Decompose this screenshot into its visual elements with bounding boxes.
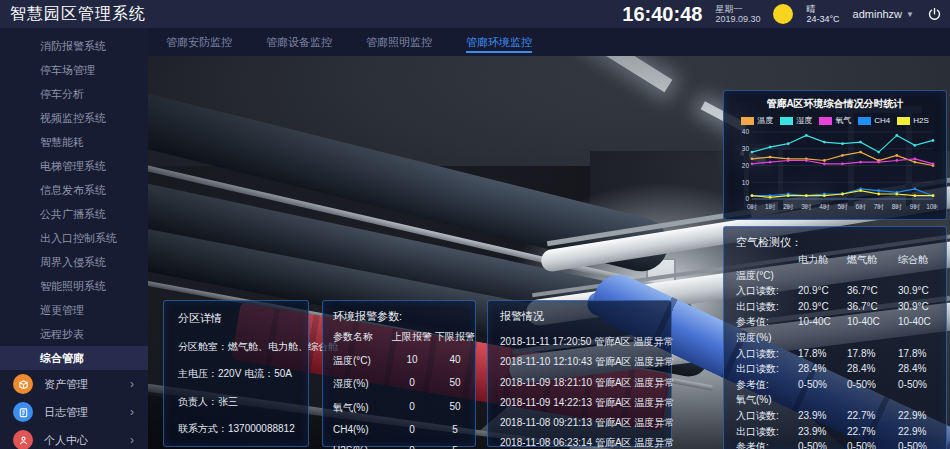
user-icon xyxy=(13,430,33,449)
sidebar-item-fire-alarm[interactable]: 消防报警系统 xyxy=(0,34,148,58)
row-label: 出口读数: xyxy=(736,361,798,377)
sidebar-item-parking-analysis[interactable]: 停车分析 xyxy=(0,82,148,106)
cell-value: 0-50% xyxy=(847,377,898,393)
zone-compartments: 分区舱室：燃气舱、电力舱、综合舱 xyxy=(178,340,308,354)
cell-value: 0-50% xyxy=(847,439,898,449)
param-name: H2S(%) xyxy=(333,445,391,449)
user-menu[interactable]: adminhzw ▼ xyxy=(853,8,914,20)
sidebar-item-energy[interactable]: 智慧能耗 xyxy=(0,130,148,154)
alarm-row: 2018-11-10 12:10:43 管廊A区 温度异常 xyxy=(500,352,671,372)
svg-text:20: 20 xyxy=(742,162,750,169)
param-upper: 0 xyxy=(391,401,433,415)
svg-text:3时: 3时 xyxy=(801,203,812,210)
alarm-list-panel: 报警情况 2018-11-11 17:20:50 管廊A区 温度异常 2018-… xyxy=(487,300,672,447)
zone-detail-title: 分区详情 xyxy=(178,311,308,326)
section-title: 湿度(%) xyxy=(736,330,948,346)
param-lower: 50 xyxy=(433,401,477,415)
sidebar-item-perimeter-intrusion[interactable]: 周界入侵系统 xyxy=(0,250,148,274)
svg-text:10: 10 xyxy=(742,179,750,186)
date-block: 星期一 2019.09.30 xyxy=(715,4,760,24)
sidebar-item-utility-tunnel[interactable]: 综合管廊 xyxy=(0,346,148,370)
cell-value: 20.9°C xyxy=(798,299,847,315)
cell-value: 0-50% xyxy=(798,439,847,449)
chevron-right-icon: › xyxy=(130,405,134,419)
sidebar-group-assets[interactable]: 资产管理 › xyxy=(0,370,148,398)
sidebar-item-smart-lighting[interactable]: 智能照明系统 xyxy=(0,274,148,298)
alarm-list-title: 报警情况 xyxy=(500,309,671,324)
svg-text:8时: 8时 xyxy=(892,203,903,210)
param-upper: 0 xyxy=(391,445,433,449)
cell-value: 17.8% xyxy=(847,346,898,362)
tab-equipment-monitoring[interactable]: 管廊设备监控 xyxy=(266,28,332,56)
cell-value: 30.9°C xyxy=(898,283,948,299)
col-header: 上限报警 xyxy=(391,330,433,344)
cell-value: 10-40C xyxy=(847,314,898,330)
weekday-label: 星期一 xyxy=(715,4,760,14)
weather-condition: 晴 xyxy=(806,4,839,14)
sidebar-item-remote-meter[interactable]: 远程抄表 xyxy=(0,322,148,346)
row-label: 入口读数: xyxy=(736,408,798,424)
tab-security-monitoring[interactable]: 管廊安防监控 xyxy=(166,28,232,56)
svg-text:40: 40 xyxy=(742,128,750,135)
alarm-row: 2018-11-09 18:21:10 管廊A区 温度异常 xyxy=(500,373,671,393)
svg-text:0: 0 xyxy=(745,195,749,202)
cell-value: 0-50% xyxy=(898,439,948,449)
chart-legend: 温度湿度氧气CH4H2S xyxy=(724,115,946,126)
col-header: 电力舱 xyxy=(798,252,847,268)
tab-environment-monitoring[interactable]: 管廊环境监控 xyxy=(466,28,532,56)
cell-value: 36.7°C xyxy=(847,299,898,315)
svg-text:30: 30 xyxy=(742,145,750,152)
param-upper: 0 xyxy=(391,424,433,435)
param-upper: 10 xyxy=(391,354,433,368)
cell-value: 28.4% xyxy=(798,361,847,377)
svg-text:2时: 2时 xyxy=(783,203,794,210)
param-name: CH4(%) xyxy=(333,424,391,435)
alarm-params-table: 参数名称 上限报警 下限报警 温度(°C) 10 40 湿度(%) 0 50 氧… xyxy=(333,330,475,449)
sidebar-item-info-publish[interactable]: 信息发布系统 xyxy=(0,178,148,202)
param-name: 湿度(%) xyxy=(333,377,391,391)
username: adminhzw xyxy=(853,8,903,20)
param-upper: 0 xyxy=(391,377,433,391)
param-name: 氧气(%) xyxy=(333,401,391,415)
legend-swatch xyxy=(741,117,754,125)
sidebar-item-video-surveillance[interactable]: 视频监控系统 xyxy=(0,106,148,130)
row-label: 出口读数: xyxy=(736,424,798,440)
alarm-row: 2018-11-11 17:20:50 管廊A区 温度异常 xyxy=(500,332,671,352)
col-header: 综合舱 xyxy=(898,252,948,268)
log-icon xyxy=(13,402,33,422)
param-name: 温度(°C) xyxy=(333,354,391,368)
param-lower: 50 xyxy=(433,377,477,391)
sidebar-item-elevator[interactable]: 电梯管理系统 xyxy=(0,154,148,178)
cell-value: 22.7% xyxy=(847,408,898,424)
sidebar-group-logs[interactable]: 日志管理 › xyxy=(0,398,148,426)
sidebar-group-personal[interactable]: 个人中心 › xyxy=(0,426,148,449)
legend-item: 氧气 xyxy=(819,115,851,126)
svg-text:6时: 6时 xyxy=(856,203,867,210)
tab-lighting-monitoring[interactable]: 管廊照明监控 xyxy=(366,28,432,56)
param-lower: 40 xyxy=(433,354,477,368)
alarm-row: 2018-11-08 09:21:13 管廊A区 温度异常 xyxy=(500,413,671,433)
power-button[interactable] xyxy=(927,7,942,22)
cell-value: 0-50% xyxy=(798,377,847,393)
svg-text:1时: 1时 xyxy=(765,203,776,210)
weather-block: 晴 24-34°C xyxy=(806,4,839,24)
row-label: 入口读数: xyxy=(736,346,798,362)
legend-label: CH4 xyxy=(874,116,890,125)
cell-value: 20.9°C xyxy=(798,283,847,299)
header-right: 16:40:48 星期一 2019.09.30 晴 24-34°C adminh… xyxy=(622,0,942,28)
sidebar-item-parking-mgmt[interactable]: 停车场管理 xyxy=(0,58,148,82)
chevron-right-icon: › xyxy=(130,433,134,447)
section-title: 氧气(%) xyxy=(736,392,948,408)
cell-value: 10-40C xyxy=(898,314,948,330)
sidebar-item-public-broadcast[interactable]: 公共广播系统 xyxy=(0,202,148,226)
power-icon xyxy=(927,7,942,22)
sidebar-item-patrol[interactable]: 巡更管理 xyxy=(0,298,148,322)
alarm-params-panel: 环境报警参数: 参数名称 上限报警 下限报警 温度(°C) 10 40 湿度(%… xyxy=(322,300,476,447)
sidebar: 消防报警系统 停车场管理 停车分析 视频监控系统 智慧能耗 电梯管理系统 信息发… xyxy=(0,28,148,449)
svg-text:7时: 7时 xyxy=(874,203,885,210)
sidebar-item-access-control[interactable]: 出入口控制系统 xyxy=(0,226,148,250)
legend-swatch xyxy=(858,117,871,125)
env-chart-panel: 管廊A区环境综合情况分时统计 温度湿度氧气CH4H2S 0102030400时1… xyxy=(723,90,947,220)
chart-title: 管廊A区环境综合情况分时统计 xyxy=(724,97,946,111)
header: 智慧园区管理系统 16:40:48 星期一 2019.09.30 晴 24-34… xyxy=(0,0,950,28)
